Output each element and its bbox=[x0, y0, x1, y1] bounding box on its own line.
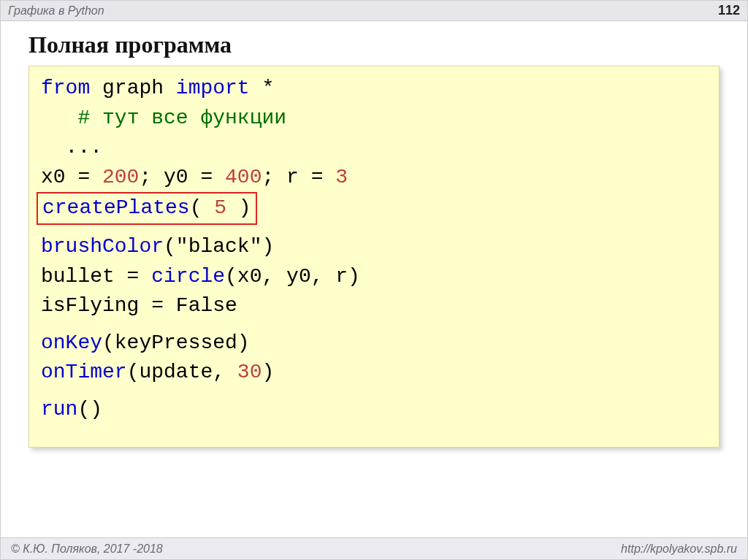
func-call: onTimer bbox=[41, 361, 127, 383]
slide-header: Графика в Python 112 bbox=[1, 1, 747, 21]
paren-close: ) bbox=[226, 196, 251, 219]
indent bbox=[41, 107, 77, 129]
string-literal: "black" bbox=[176, 235, 262, 258]
module-name: graph bbox=[90, 77, 176, 99]
slide-footer: © К.Ю. Поляков, 2017 -2018 http://kpolya… bbox=[1, 537, 747, 559]
indent bbox=[41, 136, 66, 158]
func-call: circle bbox=[151, 265, 225, 288]
code-line: isFlying = False bbox=[41, 291, 707, 321]
code-text: isFlying = False bbox=[41, 294, 237, 317]
number-literal: 3 bbox=[335, 166, 348, 188]
paren-open: ( bbox=[164, 235, 176, 258]
header-topic: Графика в Python bbox=[8, 4, 104, 18]
code-text: x0 = bbox=[41, 166, 102, 188]
code-line: onKey(keyPressed) bbox=[41, 329, 707, 358]
code-line: ... bbox=[41, 133, 707, 163]
code-text: (update, bbox=[127, 361, 237, 383]
code-line: # тут все функции bbox=[41, 104, 707, 134]
code-line-highlighted: createPlates( 5 ) bbox=[41, 192, 707, 225]
code-line: from graph import * bbox=[41, 74, 707, 104]
code-text: () bbox=[77, 398, 102, 421]
code-line: bullet = circle(x0, y0, r) bbox=[41, 262, 707, 292]
number-literal: 30 bbox=[237, 361, 262, 383]
func-call: run bbox=[41, 398, 77, 421]
code-line: onTimer(update, 30) bbox=[41, 358, 707, 388]
spacer bbox=[41, 388, 707, 395]
code-line: x0 = 200; y0 = 400; r = 3 bbox=[41, 163, 707, 193]
paren-open: ( bbox=[190, 196, 215, 219]
ellipsis: ... bbox=[66, 136, 102, 158]
keyword-from: from bbox=[41, 77, 90, 99]
func-call: onKey bbox=[41, 331, 102, 354]
page-number: 112 bbox=[718, 3, 740, 18]
number-literal: 5 bbox=[214, 196, 226, 219]
func-call: createPlates bbox=[42, 196, 190, 219]
code-text: (x0, y0, r) bbox=[225, 265, 360, 288]
spacer bbox=[41, 225, 707, 232]
paren-close: ) bbox=[262, 361, 274, 383]
paren-close: ) bbox=[262, 235, 274, 258]
footer-copyright: © К.Ю. Поляков, 2017 -2018 bbox=[11, 542, 163, 556]
code-line: brushColor("black") bbox=[41, 232, 707, 262]
code-line: run() bbox=[41, 395, 707, 425]
code-comment: # тут все функции bbox=[77, 107, 286, 129]
code-text: (keyPressed) bbox=[102, 331, 250, 354]
number-literal: 400 bbox=[225, 166, 262, 188]
keyword-import: import bbox=[176, 77, 250, 99]
func-call: brushColor bbox=[41, 235, 164, 258]
code-block: from graph import * # тут все функции ..… bbox=[28, 66, 720, 448]
code-text: bullet = bbox=[41, 265, 151, 288]
highlight-box: createPlates( 5 ) bbox=[37, 192, 257, 225]
footer-url: http://kpolyakov.spb.ru bbox=[621, 542, 737, 556]
number-literal: 200 bbox=[102, 166, 139, 188]
spacer bbox=[41, 321, 707, 329]
code-text: ; y0 = bbox=[139, 166, 225, 188]
slide-title: Полная программа bbox=[1, 21, 747, 66]
code-text: ; r = bbox=[262, 166, 335, 188]
import-star: * bbox=[250, 77, 275, 99]
